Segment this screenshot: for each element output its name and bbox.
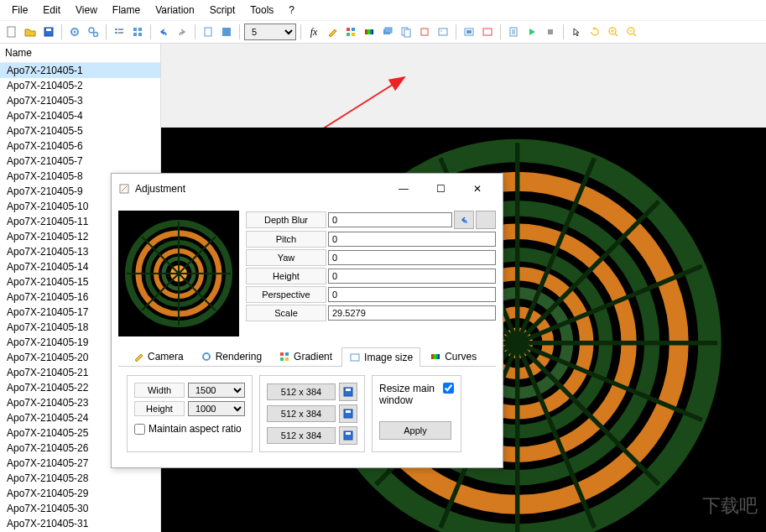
- save-preset-icon[interactable]: [339, 404, 357, 423]
- svg-rect-13: [133, 33, 137, 36]
- menu-?[interactable]: ?: [282, 3, 301, 18]
- tab-gradient[interactable]: Gradient: [271, 347, 340, 366]
- prop-input-pitch[interactable]: [328, 232, 496, 247]
- svg-rect-75: [346, 410, 351, 413]
- prop-color-button[interactable]: [476, 211, 496, 229]
- prop-input-yaw[interactable]: [328, 250, 496, 265]
- tab-image-size[interactable]: Image size: [341, 347, 420, 367]
- list-item[interactable]: Apo7X-210405-1: [0, 63, 160, 78]
- save-preset-icon[interactable]: [339, 383, 357, 401]
- redo-icon[interactable]: [174, 23, 190, 40]
- height-select[interactable]: 1000: [188, 401, 245, 416]
- svg-rect-27: [439, 29, 447, 35]
- maximize-button[interactable]: ☐: [422, 179, 459, 199]
- preset-button[interactable]: 512 x 384: [267, 405, 336, 422]
- list-item[interactable]: Apo7X-210405-2: [0, 78, 160, 93]
- prop-label: Yaw: [246, 249, 326, 266]
- prop-input-height[interactable]: [328, 269, 496, 284]
- svg-rect-19: [347, 33, 350, 36]
- palette-icon[interactable]: [342, 23, 359, 40]
- image-size-panel: Width 1500 Height 1000 Maintain aspect r…: [118, 367, 496, 461]
- sidebar-header[interactable]: Name: [0, 44, 160, 63]
- svg-rect-26: [421, 29, 428, 35]
- svg-rect-18: [352, 28, 355, 31]
- svg-point-28: [440, 30, 442, 32]
- stop-icon[interactable]: [542, 23, 559, 40]
- prop-label: Perspective: [246, 286, 326, 303]
- undo-icon[interactable]: [155, 23, 172, 40]
- tab-camera[interactable]: Camera: [125, 347, 191, 366]
- menu-file[interactable]: File: [5, 3, 34, 18]
- prop-label: Depth Blur: [246, 211, 326, 228]
- menu-tools[interactable]: Tools: [243, 3, 280, 18]
- preset-button[interactable]: 512 x 384: [267, 427, 336, 444]
- svg-rect-73: [346, 389, 351, 391]
- render-icon[interactable]: [461, 23, 477, 40]
- prop-input-perspective[interactable]: [328, 287, 496, 302]
- resize-label: Resize main window: [379, 383, 438, 406]
- script-icon[interactable]: [505, 23, 522, 40]
- mutate-icon[interactable]: [416, 23, 433, 40]
- undo-prop-icon[interactable]: [454, 211, 474, 229]
- image-icon[interactable]: [435, 23, 451, 40]
- open-icon[interactable]: [22, 23, 39, 40]
- dialog-properties: Depth BlurPitchYawHeightPerspectiveScale: [246, 211, 496, 336]
- list-icon[interactable]: [111, 23, 128, 40]
- svg-rect-10: [118, 32, 123, 34]
- play-icon[interactable]: [524, 23, 540, 40]
- page-icon[interactable]: [200, 23, 216, 40]
- menu-view[interactable]: View: [69, 3, 104, 18]
- layers-icon[interactable]: [379, 23, 396, 40]
- prop-label: Height: [246, 268, 326, 284]
- list-item[interactable]: Apo7X-210405-7: [0, 154, 160, 169]
- svg-rect-2: [46, 29, 51, 31]
- svg-rect-70: [351, 354, 359, 361]
- svg-point-5: [89, 28, 94, 33]
- render-all-icon[interactable]: [479, 23, 496, 40]
- aspect-checkbox[interactable]: [134, 424, 145, 435]
- preset-button[interactable]: 512 x 384: [267, 383, 336, 400]
- tab-rendering[interactable]: Rendering: [193, 347, 269, 366]
- svg-rect-20: [352, 33, 355, 36]
- resize-checkbox[interactable]: [443, 383, 454, 394]
- edit-icon[interactable]: [324, 23, 341, 40]
- gear-icon[interactable]: [66, 23, 83, 40]
- thumbs-icon[interactable]: [129, 23, 146, 40]
- width-label: Width: [134, 383, 185, 398]
- gradient-icon[interactable]: [361, 23, 378, 40]
- menu-variation[interactable]: Variation: [149, 3, 201, 18]
- apply-button[interactable]: Apply: [379, 421, 451, 440]
- fullscreen-icon[interactable]: [218, 23, 235, 40]
- save-icon[interactable]: [40, 23, 57, 40]
- new-icon[interactable]: [3, 23, 20, 40]
- list-item[interactable]: Apo7X-210405-3: [0, 93, 160, 108]
- minimize-button[interactable]: —: [385, 179, 422, 199]
- list-item[interactable]: Apo7X-210405-31: [0, 516, 160, 531]
- list-item[interactable]: Apo7X-210405-6: [0, 138, 160, 154]
- dialog-title: Adjustment: [135, 183, 385, 195]
- gears-icon[interactable]: [85, 23, 102, 40]
- zoom-out-icon[interactable]: [623, 23, 640, 40]
- save-preset-icon[interactable]: [339, 426, 357, 445]
- prop-input-scale[interactable]: [328, 305, 496, 321]
- list-item[interactable]: Apo7X-210405-29: [0, 486, 160, 501]
- list-item[interactable]: Apo7X-210405-5: [0, 123, 160, 138]
- fx-icon[interactable]: fx: [305, 23, 322, 40]
- width-select[interactable]: 1500: [188, 383, 245, 398]
- toolbar: 5 fx: [0, 21, 766, 44]
- rotate-icon[interactable]: [586, 23, 603, 40]
- tab-curves[interactable]: Curves: [422, 347, 484, 366]
- menu-script[interactable]: Script: [203, 3, 242, 18]
- menu-edit[interactable]: Edit: [36, 3, 67, 18]
- list-item[interactable]: Apo7X-210405-30: [0, 501, 160, 516]
- list-item[interactable]: Apo7X-210405-28: [0, 471, 160, 486]
- prop-input-depth-blur[interactable]: [328, 212, 452, 227]
- toolbar-select[interactable]: 5: [244, 23, 296, 40]
- dialog-titlebar[interactable]: Adjustment — ☐ ✕: [112, 174, 503, 204]
- list-item[interactable]: Apo7X-210405-4: [0, 108, 160, 123]
- pointer-icon[interactable]: [568, 23, 585, 40]
- menu-flame[interactable]: Flame: [106, 3, 147, 18]
- copy-icon[interactable]: [398, 23, 414, 40]
- zoom-in-icon[interactable]: [605, 23, 622, 40]
- close-button[interactable]: ✕: [459, 179, 496, 199]
